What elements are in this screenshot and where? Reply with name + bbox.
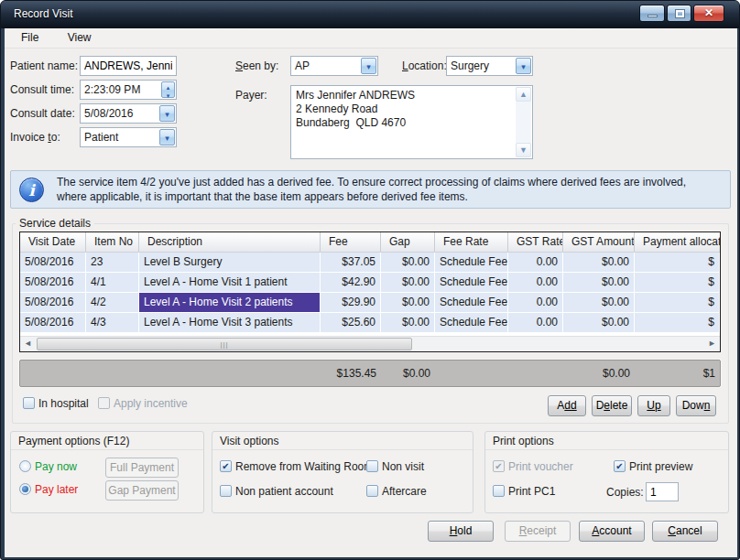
scroll-up-icon[interactable]: ▲: [516, 87, 531, 102]
cell-fee-rate[interactable]: Schedule Fee: [435, 253, 508, 273]
scroll-down-icon[interactable]: ▼: [516, 143, 531, 157]
pay-now-radio[interactable]: [19, 460, 31, 472]
receipt-button[interactable]: Receipt: [505, 521, 571, 542]
cell-fee[interactable]: $29.90: [321, 293, 381, 313]
cell-visit-date[interactable]: 5/08/2016: [20, 293, 86, 313]
cell-fee-rate[interactable]: Schedule Fee: [435, 273, 508, 293]
patient-name-input[interactable]: [80, 56, 177, 76]
pay-later-radio[interactable]: [19, 483, 31, 495]
cell-payment-allocation[interactable]: $: [635, 273, 720, 293]
cell-item-no[interactable]: 4/3: [86, 313, 139, 333]
menu-view[interactable]: View: [59, 28, 101, 47]
aftercare-checkbox[interactable]: [366, 485, 378, 497]
payer-field[interactable]: Mrs Jennifer ANDREWS 2 Kennedy Road Bund…: [290, 85, 533, 159]
cell-description[interactable]: Level B Surgery: [139, 253, 321, 273]
delete-button[interactable]: Delete: [592, 395, 632, 416]
table-row[interactable]: 5/08/2016 4/3 Level A - Home Visit 3 pat…: [20, 313, 720, 333]
cell-gst-amount[interactable]: $0.00: [563, 253, 635, 273]
cell-item-no[interactable]: 4/2: [86, 293, 139, 313]
cell-visit-date[interactable]: 5/08/2016: [20, 253, 86, 273]
full-payment-button[interactable]: Full Payment: [105, 458, 179, 478]
cell-visit-date[interactable]: 5/08/2016: [20, 273, 86, 293]
cell-gst-amount[interactable]: $0.00: [563, 293, 635, 313]
in-hospital-checkbox[interactable]: [23, 397, 35, 409]
restore-button[interactable]: [667, 5, 691, 22]
col-visit-date[interactable]: Visit Date: [20, 232, 86, 252]
location-dropdown-button[interactable]: ▾: [516, 58, 531, 74]
cell-gst-rate[interactable]: 0.00: [508, 273, 563, 293]
cell-description-selected[interactable]: Level A - Home Visit 2 patients: [139, 293, 321, 313]
account-button[interactable]: Account: [579, 521, 645, 542]
cell-gap[interactable]: $0.00: [381, 293, 435, 313]
table-row-selected[interactable]: 5/08/2016 4/2 Level A - Home Visit 2 pat…: [20, 293, 720, 313]
remove-from-waiting-room-label[interactable]: Remove from Waiting Room: [235, 460, 373, 473]
pay-later-label[interactable]: Pay later: [35, 483, 78, 496]
col-gst-rate[interactable]: GST Rate: [508, 232, 563, 252]
down-button[interactable]: Down: [676, 395, 716, 416]
seen-by-field[interactable]: AP ▾: [290, 56, 378, 76]
service-items-table[interactable]: Visit Date Item No Description Fee Gap F…: [19, 232, 721, 352]
copies-field[interactable]: [646, 482, 679, 501]
copies-input[interactable]: [646, 482, 679, 501]
pay-now-label[interactable]: Pay now: [35, 460, 77, 473]
consult-time-field[interactable]: 2:23:09 PM ▴ ▾: [80, 80, 177, 100]
col-gap[interactable]: Gap: [381, 232, 435, 252]
apply-incentive-checkbox[interactable]: [98, 397, 110, 409]
menu-file[interactable]: File: [12, 28, 48, 47]
cell-fee-rate[interactable]: Schedule Fee: [435, 293, 508, 313]
cell-fee[interactable]: $25.60: [321, 313, 381, 333]
non-visit-checkbox[interactable]: [366, 460, 378, 472]
cell-gap[interactable]: $0.00: [381, 253, 435, 273]
table-row[interactable]: 5/08/2016 23 Level B Surgery $37.05 $0.0…: [20, 253, 720, 273]
non-visit-label[interactable]: Non visit: [382, 460, 424, 473]
cancel-button[interactable]: Cancel: [652, 521, 718, 542]
table-horizontal-scrollbar[interactable]: ◄ ||| ►: [20, 336, 720, 351]
invoice-to-field[interactable]: Patient ▾: [80, 127, 177, 147]
cell-payment-allocation[interactable]: $: [635, 293, 720, 313]
cell-gst-rate[interactable]: 0.00: [508, 313, 563, 333]
patient-name-field[interactable]: [80, 56, 177, 76]
gap-payment-button[interactable]: Gap Payment: [105, 480, 179, 501]
cell-visit-date[interactable]: 5/08/2016: [20, 313, 86, 333]
col-gst-amount[interactable]: GST Amount: [563, 232, 635, 252]
col-payment-allocation[interactable]: Payment allocation: [635, 232, 720, 252]
print-voucher-label[interactable]: Print voucher: [508, 460, 573, 473]
consult-date-field[interactable]: 5/08/2016 ▾: [80, 103, 177, 124]
cell-fee[interactable]: $42.90: [321, 273, 381, 293]
cell-gap[interactable]: $0.00: [381, 313, 435, 333]
consult-time-stepper[interactable]: ▴ ▾: [161, 81, 175, 98]
cell-fee-rate[interactable]: Schedule Fee: [435, 313, 508, 333]
non-patient-account-checkbox[interactable]: [220, 485, 232, 497]
col-fee[interactable]: Fee: [321, 232, 381, 252]
consult-date-dropdown-button[interactable]: ▾: [159, 105, 175, 122]
cell-fee[interactable]: $37.05: [321, 253, 381, 273]
cell-gst-amount[interactable]: $0.00: [563, 273, 635, 293]
cell-item-no[interactable]: 23: [86, 253, 139, 273]
print-preview-checkbox[interactable]: ✔: [614, 460, 626, 472]
table-row[interactable]: 5/08/2016 4/1 Level A - Home Visit 1 pat…: [20, 273, 720, 293]
title-bar[interactable]: Record Visit ✕: [1, 1, 740, 28]
scrollbar-thumb[interactable]: |||: [37, 338, 412, 350]
print-pc1-checkbox[interactable]: [493, 485, 505, 497]
col-fee-rate[interactable]: Fee Rate: [435, 232, 508, 252]
payer-scrollbar[interactable]: ▲ ▼: [516, 87, 531, 157]
col-item-no[interactable]: Item No: [86, 232, 139, 252]
print-preview-label[interactable]: Print preview: [629, 460, 692, 473]
hold-button[interactable]: Hold: [428, 521, 494, 542]
scroll-right-icon[interactable]: ►: [704, 337, 720, 351]
cell-gst-rate[interactable]: 0.00: [508, 293, 563, 313]
cell-payment-allocation[interactable]: $: [635, 313, 720, 333]
seen-by-dropdown-button[interactable]: ▾: [361, 58, 376, 74]
invoice-to-dropdown-button[interactable]: ▾: [159, 129, 175, 145]
scroll-left-icon[interactable]: ◄: [20, 337, 36, 351]
aftercare-label[interactable]: Aftercare: [382, 485, 427, 498]
cell-description[interactable]: Level A - Home Visit 3 patients: [139, 313, 321, 333]
print-voucher-checkbox[interactable]: ✔: [493, 460, 505, 472]
print-pc1-label[interactable]: Print PC1: [508, 485, 555, 498]
non-patient-account-label[interactable]: Non patient account: [235, 485, 333, 498]
up-button[interactable]: Up: [637, 395, 670, 416]
remove-from-waiting-room-checkbox[interactable]: ✔: [220, 460, 232, 472]
cell-gst-rate[interactable]: 0.00: [508, 253, 563, 273]
col-description[interactable]: Description: [139, 232, 321, 252]
location-field[interactable]: Surgery ▾: [446, 56, 533, 76]
